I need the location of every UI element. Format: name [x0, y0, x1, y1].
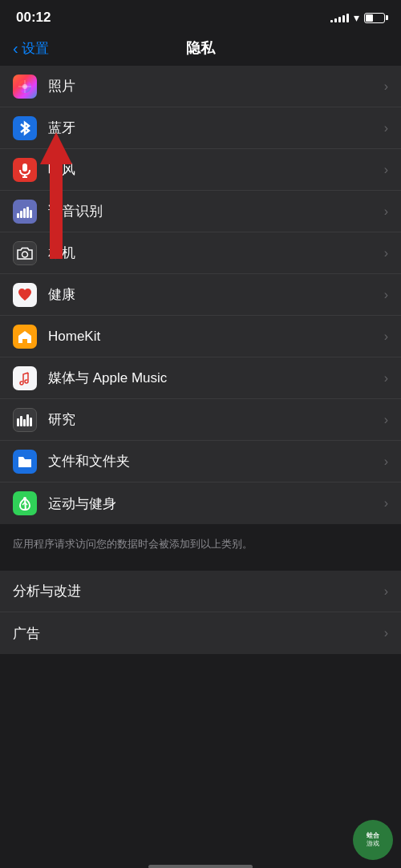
list-item-analytics[interactable]: 分析与改进 › [0, 571, 401, 612]
camera-label: 相机 [48, 244, 378, 262]
chevron-icon: › [384, 371, 388, 386]
music-icon [13, 366, 37, 390]
analytics-label: 分析与改进 [13, 582, 378, 600]
files-icon [13, 450, 37, 474]
bluetooth-icon [13, 116, 37, 140]
svg-rect-20 [30, 418, 32, 426]
files-label: 文件和文件夹 [48, 452, 378, 470]
list-item-health[interactable]: 健康 › [0, 274, 401, 316]
chevron-icon: › [384, 329, 388, 344]
watermark: 蛙合 游戏 [353, 820, 393, 860]
chevron-icon: › [384, 204, 388, 219]
chevron-icon: › [384, 79, 388, 94]
list-item-ads[interactable]: 广告 › [0, 612, 401, 654]
sound-label: 语音识别 [48, 202, 378, 220]
list-item-fitness[interactable]: 运动与健身 › [0, 482, 401, 524]
homekit-label: HomeKit [48, 329, 378, 345]
status-time: 00:12 [16, 10, 51, 26]
ads-label: 广告 [13, 624, 378, 643]
wifi-icon: ▾ [354, 11, 359, 24]
svg-rect-11 [23, 208, 26, 218]
camera-app-icon [13, 241, 37, 265]
privacy-items-section: 照片 › 蓝牙 › 听风 › [0, 66, 401, 524]
svg-rect-6 [22, 164, 27, 172]
svg-point-21 [23, 497, 26, 500]
chevron-icon: › [384, 288, 388, 302]
chevron-icon: › [384, 163, 388, 177]
svg-rect-16 [17, 418, 19, 426]
list-item-siri[interactable]: 听风 › [0, 149, 401, 191]
svg-rect-18 [23, 419, 26, 426]
chevron-icon: › [384, 413, 388, 427]
chevron-icon: › [384, 626, 388, 640]
chevron-icon: › [384, 496, 388, 511]
battery-icon [364, 13, 385, 23]
status-bar: 00:12 ▾ [0, 0, 401, 32]
svg-rect-15 [17, 370, 33, 386]
fitness-label: 运动与健身 [48, 495, 378, 513]
list-item-files[interactable]: 文件和文件夹 › [0, 441, 401, 482]
chevron-icon: › [384, 584, 388, 599]
nav-bar: ‹ 设置 隐私 [0, 32, 401, 66]
sound-icon [13, 200, 37, 224]
list-item-sound[interactable]: 语音识别 › [0, 191, 401, 232]
bluetooth-label: 蓝牙 [48, 119, 378, 137]
svg-rect-10 [20, 211, 22, 218]
research-icon [13, 408, 37, 432]
section-footer-note: 应用程序请求访问您的数据时会被添加到以上类别。 [0, 531, 401, 561]
back-button[interactable]: ‹ 设置 [13, 39, 49, 58]
status-icons: ▾ [330, 11, 385, 24]
homekit-icon [13, 325, 37, 349]
siri-label: 听风 [48, 160, 378, 179]
page-title: 隐私 [186, 38, 215, 58]
signal-icon [330, 13, 349, 22]
list-item-music[interactable]: 媒体与 Apple Music › [0, 357, 401, 399]
health-label: 健康 [48, 285, 378, 304]
chevron-icon: › [384, 121, 388, 135]
siri-icon [13, 158, 37, 182]
bottom-area [0, 660, 401, 868]
svg-rect-19 [26, 414, 29, 426]
svg-point-14 [22, 252, 28, 257]
privacy-settings-section: 分析与改进 › 广告 › [0, 571, 401, 654]
music-label: 媒体与 Apple Music [48, 369, 378, 387]
back-label: 设置 [22, 39, 49, 58]
research-label: 研究 [48, 410, 378, 429]
svg-rect-9 [17, 213, 19, 218]
photos-icon [13, 75, 37, 99]
list-item-bluetooth[interactable]: 蓝牙 › [0, 107, 401, 149]
list-item-photos[interactable]: 照片 › [0, 66, 401, 107]
list-item-research[interactable]: 研究 › [0, 399, 401, 441]
back-arrow-icon: ‹ [13, 40, 18, 56]
svg-rect-17 [20, 416, 22, 426]
chevron-icon: › [384, 454, 388, 469]
chevron-icon: › [384, 246, 388, 260]
photos-label: 照片 [48, 77, 378, 95]
svg-rect-12 [26, 207, 29, 218]
health-icon [13, 283, 37, 307]
list-item-homekit[interactable]: HomeKit › [0, 316, 401, 357]
fitness-icon [13, 491, 37, 515]
list-item-camera[interactable]: 相机 › [0, 232, 401, 274]
svg-rect-13 [30, 210, 32, 218]
home-indicator [148, 865, 253, 868]
